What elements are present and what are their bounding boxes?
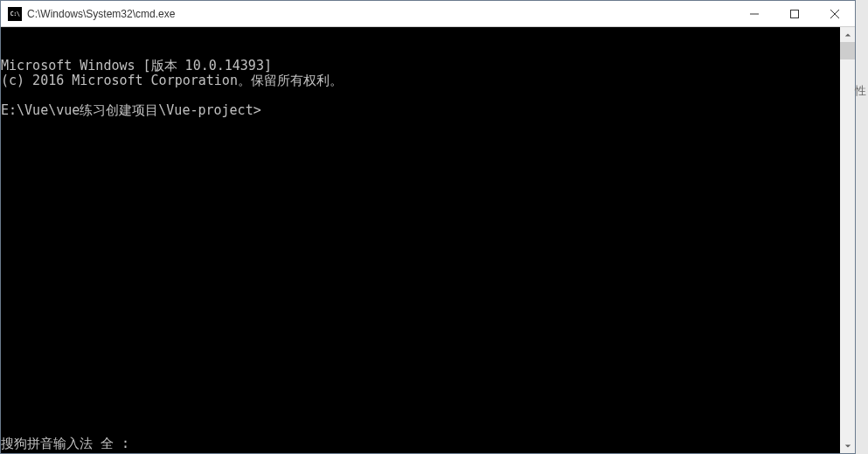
close-button[interactable] <box>815 1 855 26</box>
cmd-window: C:\ C:\Windows\System32\cmd.exe Microsof… <box>0 0 856 454</box>
terminal-line: (c) 2016 Microsoft Corporation。保留所有权利。 <box>1 73 840 88</box>
cmd-icon: C:\ <box>8 7 22 21</box>
terminal-container: Microsoft Windows [版本 10.0.14393](c) 201… <box>1 27 855 453</box>
scroll-track[interactable] <box>840 42 855 438</box>
cmd-icon-text: C:\ <box>10 10 19 17</box>
terminal-line: E:\Vue\vue练习创建项目\Vue-project> <box>1 103 840 118</box>
maximize-button[interactable] <box>774 1 815 26</box>
scroll-thumb[interactable] <box>840 42 855 59</box>
ime-status: 搜狗拼音输入法 全 : <box>1 437 129 451</box>
terminal-line <box>1 88 840 103</box>
background-panel-text: 性 <box>855 83 866 99</box>
scroll-down-button[interactable] <box>840 438 855 453</box>
terminal-line: Microsoft Windows [版本 10.0.14393] <box>1 59 840 73</box>
svg-rect-1 <box>791 10 799 17</box>
titlebar[interactable]: C:\ C:\Windows\System32\cmd.exe <box>1 1 855 27</box>
window-controls <box>734 1 855 26</box>
terminal[interactable]: Microsoft Windows [版本 10.0.14393](c) 201… <box>1 27 840 453</box>
scroll-up-button[interactable] <box>840 27 855 42</box>
scrollbar[interactable] <box>840 27 855 453</box>
window-title: C:\Windows\System32\cmd.exe <box>27 8 734 20</box>
minimize-button[interactable] <box>734 1 774 26</box>
